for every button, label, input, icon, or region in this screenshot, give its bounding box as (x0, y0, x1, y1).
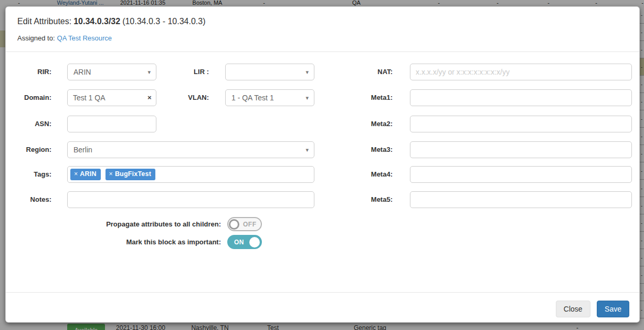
modal-title: Edit Attributes:10.34.0.3/32(10.34.0.3 -… (17, 17, 207, 26)
chevron-down-icon: ▾ (305, 64, 309, 80)
meta5-input[interactable] (410, 191, 632, 208)
assigned-to-row: Assigned to:QA Test Resource (17, 34, 112, 42)
lir-select[interactable]: ▾ (225, 64, 314, 80)
tag-label: BugFixTest (115, 170, 151, 178)
vlan-select[interactable]: 1 - QA Test 1 ▾ (225, 89, 314, 106)
chevron-down-icon: ▾ (305, 90, 309, 106)
header-divider (6, 51, 639, 52)
important-toggle[interactable]: ON (227, 235, 262, 249)
propagate-label: Propagate attributes to all children: (85, 217, 221, 231)
title-block: 10.34.0.3/32 (73, 17, 120, 26)
remove-tag-icon[interactable]: × (109, 170, 113, 178)
meta3-label: Meta3: (347, 141, 393, 158)
chevron-down-icon: ▾ (305, 142, 309, 158)
modal-footer: Close Save (556, 301, 629, 317)
meta2-label: Meta2: (347, 116, 393, 132)
notes-input[interactable] (67, 191, 314, 208)
region-label: Region: (6, 141, 51, 158)
domain-label: Domain: (6, 89, 51, 106)
meta4-input[interactable] (410, 166, 632, 183)
toggle-knob (249, 237, 260, 248)
meta2-input[interactable] (410, 116, 632, 132)
footer-divider (6, 292, 639, 293)
tag-chip[interactable]: ×ARIN (70, 169, 101, 180)
meta3-input[interactable] (410, 141, 632, 158)
rir-select[interactable]: ARIN ▾ (67, 64, 156, 80)
edit-attributes-modal: Edit Attributes:10.34.0.3/32(10.34.0.3 -… (5, 6, 640, 323)
lir-label: LIR : (163, 64, 209, 80)
tag-label: ARIN (80, 170, 96, 178)
propagate-toggle[interactable]: OFF (227, 217, 262, 231)
remove-tag-icon[interactable]: × (74, 170, 78, 178)
rir-value: ARIN (73, 64, 91, 80)
nat-label: NAT: (347, 64, 393, 80)
region-select[interactable]: Berlin ▾ (67, 141, 314, 158)
tags-input[interactable]: ×ARIN ×BugFixTest (67, 166, 314, 183)
asn-label: ASN: (6, 116, 51, 132)
title-prefix: Edit Attributes: (17, 17, 71, 26)
tags-label: Tags: (6, 166, 51, 183)
assigned-resource-link[interactable]: QA Test Resource (57, 34, 112, 42)
assigned-to-label: Assigned to: (17, 34, 55, 42)
meta5-label: Meta5: (347, 191, 393, 208)
close-button[interactable]: Close (556, 301, 590, 317)
tag-chip[interactable]: ×BugFixTest (105, 169, 155, 180)
meta1-input[interactable] (410, 89, 632, 106)
important-label: Mark this block as important: (85, 235, 221, 249)
domain-input[interactable] (67, 89, 156, 106)
region-value: Berlin (73, 142, 92, 158)
notes-label: Notes: (6, 191, 51, 208)
toggle-knob (229, 219, 239, 230)
vlan-value: 1 - QA Test 1 (231, 90, 274, 106)
nat-input[interactable] (410, 64, 632, 80)
asn-input[interactable] (67, 116, 156, 132)
toggle-state-label: ON (234, 239, 244, 246)
title-range: (10.34.0.3 - 10.34.0.3) (122, 17, 205, 26)
toggle-state-label: OFF (243, 221, 257, 228)
chevron-down-icon: ▾ (147, 64, 151, 80)
save-button[interactable]: Save (597, 301, 629, 317)
meta4-label: Meta4: (347, 166, 393, 183)
rir-label: RIR: (6, 64, 51, 80)
meta1-label: Meta1: (347, 89, 393, 106)
clear-domain-icon[interactable]: × (147, 89, 152, 106)
vlan-label: VLAN: (163, 89, 209, 106)
